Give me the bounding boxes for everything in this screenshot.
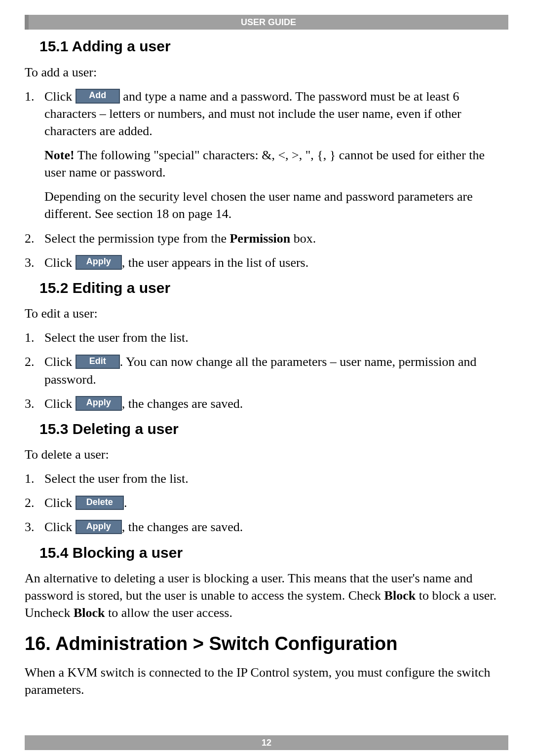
delete-button[interactable]: Delete: [76, 496, 124, 510]
footer-bar: 12: [25, 735, 508, 750]
intro-15-1: To add a user:: [25, 64, 508, 81]
step-15-1-3: Click Apply, the user appears in the lis…: [25, 254, 508, 271]
text: , the changes are saved.: [122, 396, 243, 411]
steps-15-1: Click Add and type a name and a password…: [25, 88, 508, 271]
text: Click: [44, 396, 76, 411]
header-title: USER GUIDE: [241, 17, 296, 27]
para-15-4: An alternative to deleting a user is blo…: [25, 570, 508, 621]
steps-15-2: Select the user from the list. Click Edi…: [25, 329, 508, 412]
text: Click: [44, 255, 76, 270]
heading-15-4: 15.4 Blocking a user: [39, 543, 508, 563]
text: Click: [44, 496, 76, 510]
step-15-3-3: Click Apply, the changes are saved.: [25, 518, 508, 536]
steps-15-3: Select the user from the list. Click Del…: [25, 470, 508, 536]
permission-label: Permission: [229, 231, 290, 246]
header-bar: USER GUIDE: [25, 15, 508, 30]
add-button[interactable]: Add: [76, 89, 120, 104]
edit-button[interactable]: Edit: [76, 355, 120, 369]
heading-16: 16. Administration > Switch Configuratio…: [25, 631, 508, 656]
text: to allow the user access.: [105, 606, 232, 620]
block-label: Block: [74, 606, 105, 620]
heading-15-3: 15.3 Deleting a user: [39, 419, 508, 439]
text: Click: [44, 89, 76, 104]
heading-15-2: 15.2 Editing a user: [39, 278, 508, 298]
intro-15-2: To edit a user:: [25, 305, 508, 322]
para-16: When a KVM switch is connected to the IP…: [25, 664, 508, 698]
note-text: The following "special" characters: &, <…: [44, 148, 485, 180]
step-15-3-1: Select the user from the list.: [25, 470, 508, 487]
note-label: Note!: [44, 148, 75, 162]
apply-button[interactable]: Apply: [76, 255, 122, 270]
note-15-1: Note! The following "special" characters…: [44, 146, 508, 181]
step-15-2-2: Click Edit. You can now change all the p…: [25, 353, 508, 388]
step-15-1-1: Click Add and type a name and a password…: [25, 88, 508, 223]
depend-15-1: Depending on the security level chosen t…: [44, 188, 508, 222]
text: , the user appears in the list of users.: [122, 255, 308, 270]
step-15-2-3: Click Apply, the changes are saved.: [25, 395, 508, 412]
text: Select the permission type from the: [44, 231, 229, 246]
text: Click: [44, 520, 76, 534]
text: , the changes are saved.: [122, 520, 243, 534]
block-label: Block: [384, 588, 416, 603]
step-15-3-2: Click Delete.: [25, 494, 508, 511]
page-number: 12: [262, 738, 271, 748]
heading-15-1: 15.1 Adding a user: [39, 36, 508, 57]
step-15-1-2: Select the permission type from the Perm…: [25, 230, 508, 247]
apply-button[interactable]: Apply: [76, 396, 122, 411]
text: .: [124, 496, 127, 510]
step-15-2-1: Select the user from the list.: [25, 329, 508, 346]
apply-button[interactable]: Apply: [76, 520, 122, 535]
intro-15-3: To delete a user:: [25, 446, 508, 463]
text: box.: [290, 231, 316, 246]
text: Click: [44, 355, 76, 369]
